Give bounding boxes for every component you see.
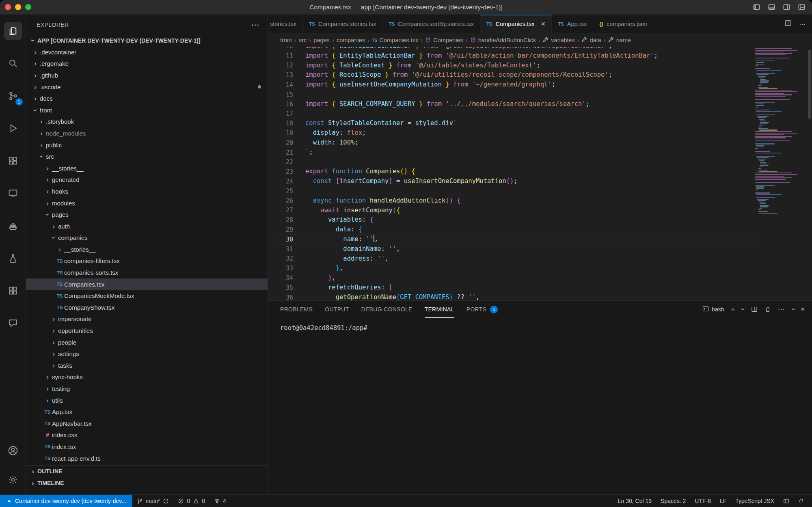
panel-tab-ports[interactable]: PORTS1 [466, 301, 498, 318]
layout-status-icon[interactable] [779, 495, 794, 507]
explorer-icon[interactable] [0, 15, 26, 47]
breadcrumb-name[interactable]: name [608, 37, 631, 43]
code-line-25[interactable]: 25 [268, 186, 753, 196]
project-section-header[interactable]: › APP [CONTAINER DEV-TWENTY-DEV (DEV-TWE… [26, 35, 268, 46]
code-line-11[interactable]: 11import { EntityTableActionBar } from '… [268, 51, 753, 61]
code-line-33[interactable]: 33 }, [268, 263, 753, 273]
tree-item-opportunities[interactable]: ›opportunities [26, 325, 268, 337]
tree-item-sync-hooks[interactable]: ›sync-hooks [26, 371, 268, 383]
panel-tab-terminal[interactable]: TERMINAL [425, 301, 454, 318]
toggle-secondary-sidebar-icon[interactable] [783, 3, 790, 11]
code-area[interactable]: 10import { withTopBarContainer } from '@… [268, 47, 753, 300]
panel-tab-debug-console[interactable]: DEBUG CONSOLE [361, 301, 412, 318]
code-line-19[interactable]: 19 display: flex; [268, 128, 753, 138]
minimize-window-button[interactable] [15, 4, 21, 10]
tree-item-__stories__[interactable]: ›__stories__ [26, 244, 268, 255]
breadcrumb-Companies.tsx[interactable]: TSCompanies.tsx [372, 37, 418, 43]
panel-tab-problems[interactable]: PROBLEMS [280, 301, 313, 318]
breadcrumb-companies[interactable]: companies [337, 37, 365, 43]
tree-item-modules[interactable]: ›modules [26, 197, 268, 209]
problems-status[interactable]: 0 0 [173, 495, 209, 507]
code-line-21[interactable]: 21`; [268, 148, 753, 157]
editor-scrollbar[interactable] [806, 47, 812, 300]
code-line-24[interactable]: 24 const [insertCompany] = useInsertOneC… [268, 177, 753, 186]
extensions-icon[interactable] [0, 145, 26, 177]
kubernetes-icon[interactable] [0, 274, 26, 307]
tree-item-hooks[interactable]: ›hooks [26, 186, 268, 197]
zoom-window-button[interactable] [25, 4, 31, 10]
testing-icon[interactable] [0, 242, 26, 274]
terminal-profile-dropdown-icon[interactable]: › [739, 308, 747, 310]
code-line-32[interactable]: 32 address: '', [268, 254, 753, 264]
terminal-shell-selector[interactable]: bash [702, 306, 724, 313]
comments-icon[interactable] [0, 307, 26, 339]
code-line-23[interactable]: 23export function Companies() { [268, 167, 753, 177]
code-line-29[interactable]: 29 data: { [268, 225, 753, 235]
tab-companies.json[interactable]: {}companies.json [593, 15, 654, 33]
remote-indicator[interactable]: Container dev-twenty-dev (dev-twenty-dev… [0, 495, 132, 507]
code-line-10[interactable]: 10import { withTopBarContainer } from '@… [268, 47, 753, 51]
tree-item-pages[interactable]: ›pages [26, 209, 268, 220]
tree-item-utils[interactable]: ›utils [26, 395, 268, 406]
code-line-12[interactable]: 12import { TableContext } from '@/ui/tab… [268, 61, 753, 71]
forwarded-ports-status[interactable]: 4 [209, 495, 231, 507]
language-mode-status[interactable]: TypeScript JSX [731, 495, 779, 507]
git-branch-status[interactable]: main* [132, 495, 174, 507]
code-line-16[interactable]: 16import { SEARCH_COMPANY_QUERY } from '… [268, 99, 753, 109]
code-line-13[interactable]: 13import { RecoilScope } from '@/ui/util… [268, 70, 753, 80]
breadcrumb-variables[interactable]: variables [543, 37, 574, 43]
terminal-content[interactable]: root@0a42ecd84891:/app# [268, 318, 812, 494]
code-line-15[interactable]: 15 [268, 90, 753, 99]
minimap[interactable] [753, 47, 806, 300]
code-line-14[interactable]: 14import { useInsertOneCompanyMutation }… [268, 80, 753, 90]
customize-layout-icon[interactable] [798, 3, 806, 11]
tree-item-public[interactable]: ›public [26, 139, 268, 151]
tree-item-CompanyShow.tsx[interactable]: TSCompanyShow.tsx [26, 302, 268, 313]
toggle-primary-sidebar-icon[interactable] [753, 3, 760, 11]
breadcrumb-src[interactable]: src [299, 37, 307, 43]
cursor-position-status[interactable]: Ln 30, Col 19 [613, 495, 656, 507]
new-terminal-icon[interactable]: + [731, 305, 735, 313]
panel-more-actions-icon[interactable]: ⋯ [778, 305, 785, 314]
close-tab-icon[interactable]: × [541, 20, 546, 28]
split-editor-icon[interactable] [784, 19, 792, 28]
tree-item-auth[interactable]: ›auth [26, 220, 268, 232]
tree-item-CompaniesMockMode.tsx[interactable]: TSCompaniesMockMode.tsx [26, 290, 268, 302]
tree-item-impersonate[interactable]: ›impersonate [26, 313, 268, 325]
tab-Companies.tsx[interactable]: TSCompanies.tsx× [480, 15, 552, 33]
tree-item-testing[interactable]: ›testing [26, 383, 268, 395]
tree-item-front[interactable]: ›front [26, 104, 268, 116]
tree-item-.github[interactable]: ›.github [26, 69, 268, 81]
tree-item-src[interactable]: ›src [26, 151, 268, 162]
tree-item-tasks[interactable]: ›tasks [26, 360, 268, 371]
tree-item-Companies.tsx[interactable]: TSCompanies.tsx [26, 278, 268, 290]
tree-item-__stories__[interactable]: ›__stories__ [26, 162, 268, 174]
breadcrumb-pages[interactable]: pages [313, 37, 330, 43]
docker-icon[interactable] [0, 209, 26, 242]
code-line-31[interactable]: 31 domainName: '', [268, 244, 753, 254]
split-terminal-icon[interactable] [751, 306, 758, 313]
eol-status[interactable]: LF [715, 495, 731, 507]
breadcrumb-Companies[interactable]: Companies [425, 37, 463, 43]
tree-item-.vscode[interactable]: ›.vscode [26, 81, 268, 93]
code-line-20[interactable]: 20 width: 100%; [268, 138, 753, 148]
code-line-26[interactable]: 26 async function handleAddButtonClick()… [268, 196, 753, 206]
code-line-17[interactable]: 17 [268, 109, 753, 119]
tree-item-companies[interactable]: ›companies [26, 232, 268, 244]
tree-item-react-app-env.d.ts[interactable]: TSreact-app-env.d.ts [26, 453, 268, 464]
panel-tab-output[interactable]: OUTPUT [325, 301, 349, 318]
close-window-button[interactable] [5, 4, 11, 10]
tree-item-people[interactable]: ›people [26, 337, 268, 348]
accounts-icon[interactable] [0, 436, 26, 465]
breadcrumb-front[interactable]: front [280, 37, 292, 43]
indentation-status[interactable]: Spaces: 2 [656, 495, 690, 507]
explorer-more-actions-icon[interactable]: ⋯ [251, 20, 259, 30]
code-line-18[interactable]: 18const StyledTableContainer = styled.di… [268, 119, 753, 128]
tab-Companies.sortBy.stories.tsx[interactable]: TSCompanies.sortBy.stories.tsx [383, 15, 480, 33]
tree-item-companies-sorts.tsx[interactable]: TScompanies-sorts.tsx [26, 267, 268, 278]
editor-more-actions-icon[interactable]: ⋯ [799, 20, 806, 28]
tree-item-settings[interactable]: ›settings [26, 348, 268, 360]
scrollbar-thumb[interactable] [808, 50, 811, 119]
tree-item-index.css[interactable]: #index.css [26, 429, 268, 441]
code-line-28[interactable]: 28 variables: { [268, 215, 753, 225]
